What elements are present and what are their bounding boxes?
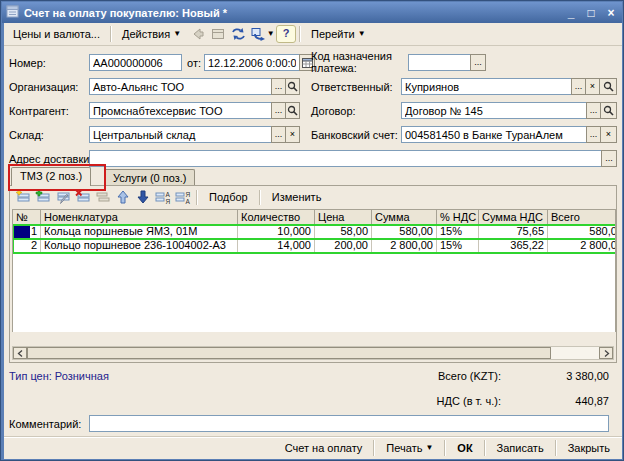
organization-open-button[interactable] [285,78,300,95]
col-quantity[interactable]: Количество [238,210,315,225]
chevron-down-icon: ▼ [267,30,275,38]
sort-descending-icon[interactable]: ЯА [174,189,192,206]
date-input[interactable] [204,54,300,71]
cell-price[interactable]: 200,00 [315,239,372,253]
table-row[interactable]: 1 Кольца поршневые ЯМЗ, 01М 10,000 58,00… [13,225,616,239]
toolbar-separator [196,190,198,205]
col-vat-sum[interactable]: Сумма НДС [479,210,548,225]
save-button[interactable]: Записать [489,439,552,457]
invoice-button[interactable]: Счет на оплату [277,439,371,457]
warehouse-clear-button[interactable]: × [285,126,300,143]
cell-total[interactable]: 580,00 [548,225,616,239]
counterparty-open-button[interactable] [285,102,300,119]
bank-account-select-button[interactable]: ... [586,126,601,143]
edit-row-icon[interactable] [54,189,72,206]
change-button[interactable]: Изменить [265,189,329,205]
cell-quantity[interactable]: 14,000 [238,239,315,253]
payment-code-label: Код назначенияплатежа: [311,50,392,74]
table-row[interactable]: 2 Кольцо поршневое 236-1004002-А3 14,000… [13,239,616,253]
cell-price[interactable]: 58,00 [315,225,372,239]
organization-select-button[interactable]: ... [271,78,286,95]
comment-input[interactable] [89,415,609,432]
cell-quantity[interactable]: 10,000 [238,225,315,239]
minimize-button[interactable]: _ [564,6,578,20]
tab-tmz[interactable]: ТМЗ (2 поз.) [11,167,91,186]
add-row-icon[interactable] [14,189,32,206]
counterparty-input[interactable] [89,102,272,119]
responsible-clear-button[interactable]: × [585,78,600,95]
scroll-left-button[interactable] [13,347,27,359]
move-down-icon[interactable] [134,189,152,206]
horizontal-scrollbar[interactable] [12,346,614,360]
back-icon[interactable] [188,25,208,43]
maximize-button[interactable]: □ [584,6,598,20]
cell-nomenclature[interactable]: Кольца поршневые ЯМЗ, 01М [41,225,238,239]
output-list-icon[interactable]: ▼ [248,25,276,43]
move-up-icon[interactable] [114,189,132,206]
col-vat-pct[interactable]: % НДС [437,210,479,225]
bank-account-label: Банковский счет: [311,129,398,141]
cell-vat-sum[interactable]: 365,22 [479,239,548,253]
actions-menu-button[interactable]: Действия▼ [115,25,188,43]
pick-button[interactable]: Подбор [202,189,255,205]
print-button[interactable]: Печать▼ [378,439,441,457]
invoice-window: Счет на оплату покупателю: Новый * _ □ ×… [0,0,624,461]
contract-select-button[interactable]: ... [586,102,601,119]
prices-currency-button[interactable]: Цены и валюта... [6,25,107,43]
bank-account-input[interactable] [401,126,587,143]
payment-code-select-button[interactable]: ... [470,54,486,71]
cell-sum[interactable]: 2 800,00 [372,239,437,253]
responsible-input[interactable] [401,78,572,95]
structure-icon[interactable] [208,25,228,43]
toolbar-separator [444,440,446,456]
add-copy-row-icon[interactable] [34,189,52,206]
delivery-address-input[interactable] [89,150,602,167]
ok-button[interactable]: ОК [449,439,480,457]
number-input[interactable] [89,54,182,71]
cell-nomenclature[interactable]: Кольцо поршневое 236-1004002-А3 [41,239,238,253]
number-label: Номер: [9,57,46,69]
help-button[interactable]: ? [276,25,296,43]
vat-value: 440,87 [509,395,609,407]
cell-vat-pct[interactable]: 15% [437,239,479,253]
scrollbar-thumb[interactable] [27,347,551,359]
col-price[interactable]: Цена [315,210,372,225]
total-label: Всего (KZT): [386,370,501,382]
copy-rows-disabled-icon [94,189,112,206]
go-to-menu-button[interactable]: Перейти▼ [304,25,373,43]
cell-total[interactable]: 2 800,00 [548,239,616,253]
refresh-icon[interactable] [228,25,248,43]
payment-code-input[interactable] [408,54,471,71]
col-num[interactable]: № [13,210,41,225]
toolbar-separator [373,440,375,456]
table-header-row: № Номенклатура Количество Цена Сумма % Н… [13,210,616,225]
col-nomenclature[interactable]: Номенклатура [41,210,238,225]
scroll-right-button[interactable] [599,347,613,359]
contract-open-button[interactable] [600,102,617,119]
close-form-button[interactable]: Закрыть [560,439,618,457]
sort-ascending-icon[interactable]: АЯ [154,189,172,206]
col-sum[interactable]: Сумма [372,210,437,225]
warehouse-select-button[interactable]: ... [271,126,286,143]
total-value: 3 380,00 [509,370,609,382]
toolbar-separator [484,440,486,456]
svg-text:Я: Я [186,191,191,198]
contract-input[interactable] [401,102,587,119]
delete-row-icon[interactable] [74,189,92,206]
vat-label: НДС (в т. ч.): [386,395,501,407]
tab-services[interactable]: Услуги (0 поз.) [104,169,195,186]
responsible-select-button[interactable]: ... [571,78,586,95]
col-total[interactable]: Всего [548,210,616,225]
bank-account-clear-button[interactable]: × [600,126,617,143]
cell-sum[interactable]: 580,00 [372,225,437,239]
organization-input[interactable] [89,78,272,95]
price-type-link[interactable]: Тип цен: Розничная [9,370,109,382]
cell-vat-pct[interactable]: 15% [437,225,479,239]
cell-num[interactable]: 2 [13,239,41,253]
cell-vat-sum[interactable]: 75,65 [479,225,548,239]
delivery-address-select-button[interactable]: ... [601,150,617,167]
counterparty-select-button[interactable]: ... [271,102,286,119]
close-button[interactable]: × [604,6,618,20]
warehouse-input[interactable] [89,126,272,143]
responsible-open-button[interactable] [599,78,617,95]
